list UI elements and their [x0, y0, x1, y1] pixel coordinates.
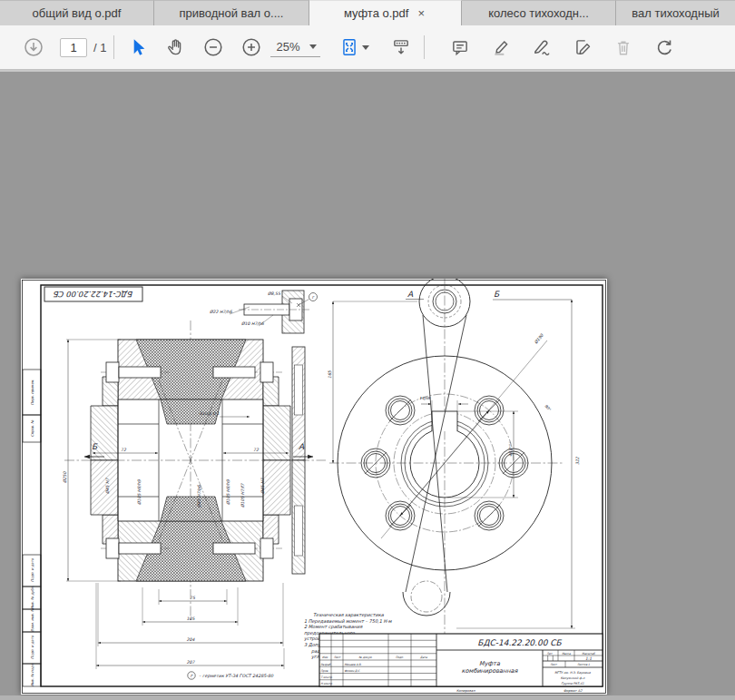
- zoom-level-value: 25%: [276, 40, 299, 54]
- rotate-tool-button[interactable]: [649, 32, 680, 63]
- hand-tool-button[interactable]: [160, 32, 191, 63]
- rotate-icon: [654, 37, 674, 57]
- view-label-b: Б: [92, 442, 98, 451]
- document-tabbar: общий вид o.pdf приводной вал o.... муфт…: [0, 0, 735, 25]
- toolbar-separator: [424, 35, 425, 59]
- highlight-tool-button[interactable]: [485, 32, 516, 63]
- edit-page-icon: [573, 37, 593, 57]
- dim-label: Ø22 H7/h6: [210, 310, 233, 314]
- dim-label: 72: [121, 448, 127, 452]
- page-number-input[interactable]: [60, 38, 87, 57]
- tab-label: колесо тихоходн...: [488, 6, 589, 20]
- fit-page-icon: [339, 37, 359, 57]
- svg-text:Фомин Д.С.: Фомин Д.С.: [345, 669, 361, 673]
- dim-label: 90°: [544, 403, 552, 412]
- edit-tool-button[interactable]: [567, 32, 598, 63]
- tab-obschiy-vid[interactable]: общий вид o.pdf: [0, 0, 154, 25]
- part-name-line1: Муфта: [479, 660, 501, 667]
- tab-label: вал тихоходный: [632, 6, 720, 20]
- dim-label: 165: [328, 370, 332, 379]
- front-view: 165 322 Ø190 90° 14JS9: [328, 279, 580, 635]
- dim-label: 105: [187, 616, 196, 621]
- svg-text:Инв. № дубл.: Инв. № дубл.: [30, 586, 34, 609]
- highlighter-icon: [491, 37, 511, 57]
- svg-text:Листов 1: Листов 1: [577, 663, 590, 666]
- dim-label: 48,8⁺⁰·¹: [508, 441, 513, 457]
- section-view: Ø22 H7/h6 Ø10 H7/h6 Ø8,55 Г Зазор 0,1 72: [63, 291, 326, 669]
- svg-text:Масштаб: Масштаб: [582, 652, 595, 656]
- document-canvas[interactable]: БДС-14.22.20.00 СБ Перв. примен. Справ. …: [0, 70, 735, 700]
- dim-label: Ø45 H7/p6: [197, 484, 201, 508]
- top-bolt-detail: [239, 291, 309, 333]
- svg-text:– герметик УТ-34 ГОСТ 24285-80: – герметик УТ-34 ГОСТ 24285-80: [199, 674, 274, 678]
- svg-text:Дата: Дата: [420, 656, 427, 659]
- svg-text:№ докум.: № докум.: [359, 656, 373, 659]
- chevron-down-icon: [362, 45, 369, 50]
- seal-note: Г – герметик УТ-34 ГОСТ 24285-80: [188, 672, 274, 679]
- svg-text:Группа РК5-61: Группа РК5-61: [561, 682, 583, 685]
- comment-tool-button[interactable]: [445, 32, 475, 63]
- dim-label: Зазор 0,1: [199, 411, 220, 416]
- tab-close-icon[interactable]: ×: [416, 6, 426, 20]
- view-label-a: А: [299, 442, 305, 451]
- zoom-level-dropdown[interactable]: 25%: [270, 38, 319, 57]
- tab-label: приводной вал o....: [180, 6, 284, 20]
- horizontal-scrollbar-track[interactable]: [0, 695, 735, 700]
- svg-text:Подп. и дата: Подп. и дата: [30, 557, 34, 582]
- chevron-down-icon: [309, 44, 317, 49]
- svg-text:Лист: Лист: [334, 656, 342, 659]
- fill-sign-tool-button[interactable]: [526, 32, 557, 63]
- zoom-in-button[interactable]: [236, 32, 267, 63]
- hand-tool-icon: [165, 37, 185, 57]
- select-cursor-icon: [127, 37, 147, 57]
- seal-flag: Г: [312, 295, 316, 300]
- svg-text:Масса: Масса: [562, 652, 571, 656]
- tab-mufta-active[interactable]: муфта o.pdf ×: [309, 0, 462, 25]
- dim-label: 204: [187, 637, 196, 642]
- dim-label: Ø45 H7: [260, 478, 265, 494]
- dim-label: 322: [575, 456, 580, 465]
- tab-val-tihohodny[interactable]: вал тихоходный: [616, 0, 735, 25]
- tab-koleso[interactable]: колесо тихоходн...: [462, 0, 616, 25]
- front-view-dims: 165 322 Ø190 90° 14JS9: [328, 300, 580, 628]
- dim-label: Ø105 H7/f7: [240, 483, 245, 508]
- doc-number-stamp-text: БДС-14.22.20.00 СБ: [53, 290, 132, 299]
- frame-side-labels: Перв. примен. Справ. № Подп. и дата Инв.…: [30, 380, 34, 686]
- zoom-in-icon: [241, 37, 261, 57]
- viewer-toolbar: / 1 25: [0, 25, 735, 70]
- select-tool-button[interactable]: [122, 32, 152, 63]
- page-controls-toggle-button[interactable]: [386, 32, 416, 63]
- svg-text:Перв. примен.: Перв. примен.: [30, 380, 34, 406]
- fill-sign-icon: [532, 37, 552, 57]
- pdf-viewer-window: общий вид o.pdf приводной вал o.... муфт…: [0, 0, 735, 700]
- svg-text:МГТУ им. Н.Э. Баумана: МГТУ им. Н.Э. Баумана: [554, 671, 591, 675]
- dim-label: Ø8,55: [268, 291, 281, 296]
- svg-text:Справ. №: Справ. №: [30, 419, 34, 438]
- title-doc-number: БДС-14.22.20.00 СБ: [477, 638, 562, 647]
- delete-tool-button[interactable]: [608, 32, 639, 63]
- svg-text:Лист: Лист: [550, 663, 558, 666]
- svg-text:Минаев А.В.: Минаев А.В.: [345, 663, 362, 666]
- title-block: Изм. Лист № докум. Подп. Дата Разраб. Ми…: [319, 634, 603, 693]
- toolbar-separator: [113, 35, 114, 59]
- svg-text:Изм.: Изм.: [322, 656, 328, 659]
- tab-label: общий вид o.pdf: [33, 6, 122, 20]
- svg-text:Разраб.: Разраб.: [321, 663, 332, 666]
- svg-text:Подп. и дата: Подп. и дата: [30, 635, 34, 659]
- svg-text:Инв. № подл.: Инв. № подл.: [30, 663, 34, 686]
- zoom-out-button[interactable]: [198, 32, 229, 63]
- dim-label: 75: [190, 596, 196, 600]
- dim-label: 14JS9: [419, 396, 430, 400]
- dim-label: Ø10 H7/h6: [241, 321, 265, 326]
- fit-page-button[interactable]: [335, 32, 375, 63]
- download-button[interactable]: [18, 32, 49, 63]
- view-label-b2: Б: [494, 290, 500, 299]
- trash-icon: [613, 37, 633, 57]
- pdf-page: БДС-14.22.20.00 СБ Перв. примен. Справ. …: [21, 279, 607, 695]
- svg-text:Взам. инв. №: Взам. инв. №: [30, 607, 34, 632]
- tab-privodnoy-val[interactable]: приводной вал o....: [154, 0, 309, 25]
- part-name-line2: комбинированная: [462, 667, 519, 675]
- dim-label: Ø105 H8/h9: [226, 478, 230, 505]
- download-icon: [24, 37, 44, 57]
- pdf-page-drawing: БДС-14.22.20.00 СБ Перв. примен. Справ. …: [21, 279, 607, 695]
